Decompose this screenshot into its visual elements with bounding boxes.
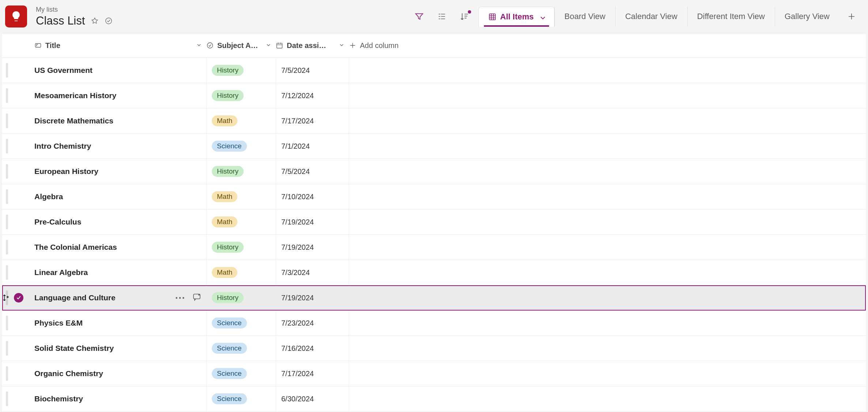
table-row[interactable]: Discrete MathematicsMath7/17/2024 [2, 108, 866, 134]
table-row[interactable]: The Colonial AmericasHistory7/19/2024 [2, 235, 866, 260]
cell-title[interactable]: European History [34, 167, 206, 176]
cell-title[interactable]: Mesoamerican History [34, 91, 206, 100]
drag-handle[interactable] [6, 366, 8, 381]
cell-title[interactable]: Algebra [34, 192, 206, 201]
cell-subject[interactable]: Science [206, 311, 276, 335]
drag-handle[interactable] [6, 391, 8, 406]
cell-date[interactable]: 7/5/2024 [276, 159, 349, 184]
tab-different-item-view[interactable]: Different Item View [687, 6, 775, 27]
cell-subject[interactable]: Math [206, 108, 276, 133]
drag-handle[interactable] [6, 215, 8, 229]
cell-title[interactable]: Physics E&M [34, 319, 206, 327]
table-row[interactable]: Intro ChemistryScience7/1/2024 [2, 134, 866, 159]
cell-subject[interactable]: History [206, 285, 276, 310]
table-row[interactable]: BiochemistryScience6/30/2024 [2, 386, 866, 412]
row-gutter[interactable] [2, 336, 34, 361]
cell-title[interactable]: Discrete Mathematics [34, 116, 206, 125]
add-view-button[interactable] [842, 7, 861, 26]
table-row[interactable]: Pre-CalculusMath7/19/2024 [2, 209, 866, 235]
cell-date[interactable]: 7/1/2024 [276, 134, 349, 159]
cell-subject[interactable]: Math [206, 209, 276, 234]
tab-all-items[interactable]: All Items [478, 7, 555, 27]
cell-date[interactable]: 6/30/2024 [276, 386, 349, 411]
cell-subject[interactable]: Math [206, 184, 276, 209]
cell-date[interactable]: 7/23/2024 [276, 311, 349, 335]
cell-title[interactable]: US Government [34, 66, 206, 75]
cell-date[interactable]: 7/19/2024 [276, 285, 349, 310]
drag-handle[interactable] [6, 114, 8, 128]
cell-title[interactable]: Intro Chemistry [34, 142, 206, 151]
column-header-title[interactable]: Title [34, 41, 206, 50]
filter-button[interactable] [408, 7, 430, 26]
drag-handle[interactable] [6, 139, 8, 153]
table-row[interactable]: Organic ChemistryScience7/17/2024 [2, 361, 866, 386]
cell-date[interactable]: 7/19/2024 [276, 209, 349, 234]
cell-date[interactable]: 7/19/2024 [276, 235, 349, 260]
cell-date[interactable]: 7/5/2024 [276, 58, 349, 83]
row-gutter[interactable] [2, 108, 34, 133]
column-header-subject[interactable]: Subject A… [206, 41, 276, 50]
cell-title[interactable]: Solid State Chemistry [34, 344, 206, 353]
cell-title[interactable]: Organic Chemistry [34, 369, 206, 378]
tab-board-view[interactable]: Board View [555, 6, 615, 27]
row-gutter[interactable] [2, 386, 34, 411]
row-gutter[interactable] [2, 311, 34, 335]
table-row[interactable]: US GovernmentHistory7/5/2024 [2, 58, 866, 83]
row-gutter[interactable] [2, 235, 34, 260]
drag-handle[interactable] [6, 240, 8, 255]
tab-gallery-view[interactable]: Gallery View [775, 6, 839, 27]
cell-subject[interactable]: History [206, 235, 276, 260]
cell-subject[interactable]: History [206, 58, 276, 83]
cell-subject[interactable]: Science [206, 361, 276, 386]
cell-title[interactable]: Pre-Calculus [34, 218, 206, 226]
table-row[interactable]: Mesoamerican HistoryHistory7/12/2024 [2, 83, 866, 108]
drag-handle[interactable] [6, 189, 8, 204]
row-gutter[interactable] [2, 285, 34, 310]
row-gutter[interactable] [2, 209, 34, 234]
cell-title[interactable]: Language and Culture⋯ [34, 293, 206, 303]
table-row[interactable]: AlgebraMath7/10/2024 [2, 184, 866, 209]
cell-date[interactable]: 7/16/2024 [276, 336, 349, 361]
sort-button[interactable] [454, 7, 476, 26]
drag-handle[interactable] [6, 164, 8, 179]
row-gutter[interactable] [2, 159, 34, 184]
drag-handle[interactable] [6, 316, 8, 330]
table-row[interactable]: European HistoryHistory7/5/2024 [2, 159, 866, 184]
cell-title[interactable]: The Colonial Americas [34, 243, 206, 252]
cell-date[interactable]: 7/10/2024 [276, 184, 349, 209]
group-button[interactable] [431, 7, 453, 26]
cell-title[interactable]: Linear Algebra [34, 268, 206, 277]
row-gutter[interactable] [2, 83, 34, 108]
drag-handle[interactable] [6, 265, 8, 280]
column-header-date[interactable]: Date assi… [276, 41, 349, 50]
drag-handle[interactable] [6, 88, 8, 103]
table-row[interactable]: Linear AlgebraMath7/3/2024 [2, 260, 866, 285]
cell-subject[interactable]: History [206, 83, 276, 108]
drag-handle[interactable] [6, 290, 8, 305]
comment-icon[interactable] [192, 293, 201, 303]
drag-handle[interactable] [6, 341, 8, 356]
cell-subject[interactable]: History [206, 159, 276, 184]
breadcrumb[interactable]: My lists [36, 6, 113, 14]
add-column-button[interactable]: Add column [349, 41, 444, 50]
star-icon[interactable] [91, 17, 99, 25]
table-row[interactable]: Solid State ChemistryScience7/16/2024 [2, 336, 866, 361]
cell-date[interactable]: 7/12/2024 [276, 83, 349, 108]
cell-subject[interactable]: Science [206, 134, 276, 159]
row-gutter[interactable] [2, 361, 34, 386]
row-selected-check[interactable] [14, 293, 23, 302]
table-row[interactable]: Physics E&MScience7/23/2024 [2, 311, 866, 336]
row-gutter[interactable] [2, 58, 34, 83]
table-row[interactable]: Language and Culture⋯History7/19/2024 [2, 285, 866, 311]
row-gutter[interactable] [2, 260, 34, 285]
row-gutter[interactable] [2, 184, 34, 209]
cell-date[interactable]: 7/3/2024 [276, 260, 349, 285]
row-gutter[interactable] [2, 134, 34, 159]
cell-date[interactable]: 7/17/2024 [276, 361, 349, 386]
drag-handle[interactable] [6, 63, 8, 78]
cell-subject[interactable]: Science [206, 386, 276, 411]
cell-date[interactable]: 7/17/2024 [276, 108, 349, 133]
cell-title[interactable]: Biochemistry [34, 394, 206, 403]
cell-subject[interactable]: Science [206, 336, 276, 361]
check-circle-icon[interactable] [105, 17, 113, 25]
